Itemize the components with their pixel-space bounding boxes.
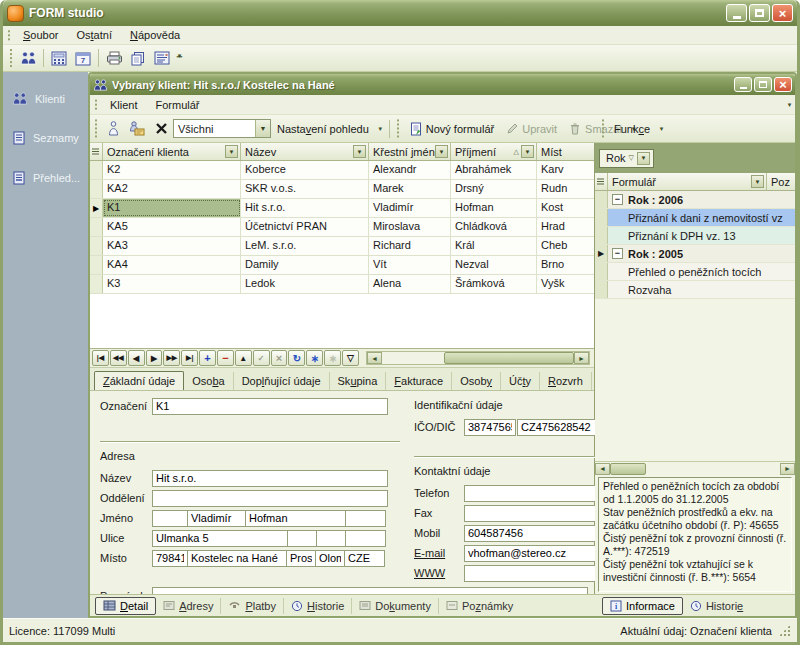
tab-zakladni-udaje[interactable]: Základní údaje <box>94 371 184 390</box>
menubar-overflow-button[interactable]: ▾ <box>784 95 795 115</box>
tab-historie[interactable]: Historie <box>284 598 352 614</box>
titul-za-field[interactable] <box>345 510 386 527</box>
table-row[interactable]: KA2 SKR v.o.s. Marek Drsný Rudn <box>90 180 594 199</box>
ulice-field[interactable] <box>152 530 288 547</box>
tab-rozvrh[interactable]: Rozvrh <box>540 372 592 390</box>
oddeleni-field[interactable] <box>152 490 388 507</box>
child-close-button[interactable]: × <box>774 77 792 92</box>
chevron-down-icon[interactable]: ▼ <box>255 120 270 137</box>
minimize-button[interactable] <box>726 4 747 22</box>
calendar-button[interactable]: 7 <box>72 48 94 68</box>
sidebar-item-seznamy[interactable]: Seznamy <box>3 125 88 151</box>
edit-form-button[interactable]: Upravit <box>500 119 563 138</box>
tab-adresy[interactable]: Adresy <box>156 598 221 614</box>
toolbar-grip[interactable] <box>8 49 13 67</box>
nazev-field[interactable] <box>152 470 388 487</box>
tab-poznamky[interactable]: Poznámky <box>439 598 520 614</box>
form-row[interactable]: Přiznání k DPH vz. 13 <box>595 227 795 245</box>
okres-field[interactable] <box>286 550 316 567</box>
table-row[interactable]: KA5 Účetnictví PRAN Miroslava Chládková … <box>90 218 594 237</box>
client-person-button[interactable] <box>102 119 124 139</box>
tab-doplnujici-udaje[interactable]: Doplňující údaje <box>234 372 330 390</box>
filter-dropdown-icon[interactable]: ▼ <box>637 152 650 165</box>
kraj-field[interactable] <box>315 550 345 567</box>
sidebar-item-klienti[interactable]: Klienti <box>3 86 88 111</box>
ulice-cislo2-field[interactable] <box>316 530 346 547</box>
scroll-right-icon[interactable]: ► <box>780 463 795 475</box>
delete-record-button[interactable]: − <box>217 350 234 366</box>
tab-skupina[interactable]: Skupina <box>330 372 387 390</box>
www-field[interactable] <box>464 565 614 582</box>
table-row-selected[interactable]: ▶ K1 Hit s.r.o. Vladimír Hofman Kost <box>90 199 594 218</box>
sidebar-item-prehled[interactable]: Přehled... <box>3 165 88 191</box>
bookmark-button[interactable]: ∗ <box>306 350 323 366</box>
table-row[interactable]: KA3 LeM. s.r.o. Richard Král Cheb <box>90 237 594 256</box>
group-row[interactable]: ▶ − Rok : 2005 <box>595 245 795 263</box>
filter-dropdown-icon[interactable]: ▼ <box>435 145 448 158</box>
filter-button[interactable]: ▽ <box>342 350 359 366</box>
maximize-button[interactable] <box>749 4 770 22</box>
copies-button[interactable] <box>127 48 149 68</box>
print-button[interactable] <box>103 48 125 68</box>
column-header-prijmeni[interactable]: Příjmení △ ▼ <box>451 143 537 160</box>
new-form-button[interactable]: Nový formulář <box>404 119 500 139</box>
menu-soubor[interactable]: Soubor <box>14 27 67 43</box>
filter-dropdown-icon[interactable]: ▼ <box>751 175 764 188</box>
column-chooser-button[interactable] <box>90 143 103 160</box>
column-header-oznaceni[interactable]: Označení klienta ▼ <box>103 143 241 160</box>
titul-field[interactable] <box>152 510 188 527</box>
first-record-button[interactable]: |◀ <box>92 350 109 366</box>
menu-napoveda[interactable]: Nápověda <box>121 27 189 43</box>
misto-field[interactable] <box>187 550 287 567</box>
edit-record-button[interactable]: ▲ <box>235 350 252 366</box>
client-delete-button[interactable] <box>150 119 172 139</box>
next-record-button[interactable]: ▶ <box>146 350 163 366</box>
tab-osoby[interactable]: Osoby <box>452 372 501 390</box>
cancel-edit-button[interactable]: × <box>271 350 288 366</box>
email-link-label[interactable]: E-mail <box>414 547 464 559</box>
view-filter-combobox[interactable]: Všichni ▼ <box>173 119 271 138</box>
filter-dropdown-icon[interactable]: ▼ <box>521 145 534 158</box>
prijmeni-field[interactable] <box>245 510 346 527</box>
column-header-poznamka[interactable]: Poz <box>767 173 795 190</box>
scroll-left-icon[interactable]: ◄ <box>367 352 382 364</box>
column-header-formular[interactable]: Formulář ▼ <box>608 173 767 190</box>
menubar-grip[interactable] <box>93 98 98 111</box>
column-header-misto[interactable]: Míst <box>537 143 594 160</box>
telefon-field[interactable] <box>464 485 614 502</box>
group-by-rok[interactable]: Rok ▽ ▼ <box>599 149 654 168</box>
grid-horizontal-scrollbar[interactable]: ◄ ► <box>366 351 590 365</box>
form-row[interactable]: Přehled o peněžních tocích <box>595 263 795 281</box>
dic-field[interactable] <box>517 419 599 436</box>
functions-button[interactable]: Funkce <box>608 120 656 138</box>
insert-record-button[interactable]: + <box>199 350 216 366</box>
scroll-right-icon[interactable]: ► <box>574 352 589 364</box>
last-record-button[interactable]: ▶| <box>181 350 198 366</box>
column-header-krestni-jmeno[interactable]: Křestní jméno ▼ <box>369 143 451 160</box>
toolbar-grip[interactable] <box>396 119 401 138</box>
toolbar-overflow-button[interactable]: ▾ <box>656 119 667 139</box>
forms-horizontal-scrollbar[interactable]: ◄ ► <box>595 461 795 475</box>
ulice-cislo3-field[interactable] <box>345 530 386 547</box>
toolbar-overflow-button[interactable]: ▾▔ <box>174 48 185 68</box>
form-row[interactable]: Rozvaha <box>595 281 795 299</box>
ulice-cislo-field[interactable] <box>287 530 317 547</box>
child-maximize-button[interactable] <box>754 77 772 92</box>
tab-detail[interactable]: Detail <box>95 597 156 615</box>
prior-page-button[interactable]: ◀◀ <box>110 350 127 366</box>
table-row[interactable]: KA4 Damily Vít Nezval Brno <box>90 256 594 275</box>
oznaceni-field[interactable] <box>152 398 388 415</box>
clients-button[interactable] <box>17 48 39 68</box>
table-row[interactable]: K3 Ledok Alena Šrámková Vyšk <box>90 275 594 294</box>
post-edit-button[interactable]: ✓ <box>253 350 270 366</box>
fax-field[interactable] <box>464 505 614 522</box>
next-page-button[interactable]: ▶▶ <box>163 350 180 366</box>
tab-fakturace[interactable]: Fakturace <box>386 372 452 390</box>
tab-ucty[interactable]: Účty <box>501 372 540 390</box>
stat-field[interactable] <box>344 550 385 567</box>
tab-dokumenty[interactable]: Dokumenty <box>352 598 439 614</box>
goto-bookmark-button[interactable]: ∗ <box>324 350 341 366</box>
menu-formular[interactable]: Formulář <box>147 97 209 113</box>
menu-klient[interactable]: Klient <box>101 97 147 113</box>
child-minimize-button[interactable] <box>734 77 752 92</box>
